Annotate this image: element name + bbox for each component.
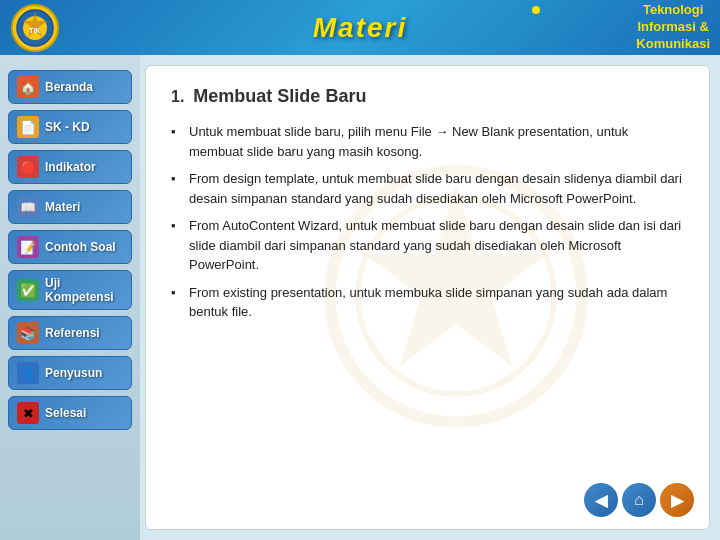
sidebar-label-indikator: Indikator [45,160,96,174]
sidebar-label-sk-kd: SK - KD [45,120,90,134]
sidebar-label-uji-kompetensi: Uji Kompetensi [45,276,123,304]
nav-bottom: ◀ ⌂ ▶ [584,483,694,517]
sidebar-item-indikator[interactable]: 🔴Indikator [8,150,132,184]
content-inner: 1. Membuat Slide Baru ▪Untuk membuat sli… [171,86,684,322]
list-item: ▪From design template, untuk membuat sli… [171,169,684,208]
header-title: Materi [313,12,407,44]
nav-back-button[interactable]: ◀ [584,483,618,517]
sidebar: 🏠Beranda📄SK - KD🔴Indikator📖Materi📝Contoh… [0,55,140,540]
sidebar-item-referensi[interactable]: 📚Referensi [8,316,132,350]
content-heading: 1. Membuat Slide Baru [171,86,684,107]
sidebar-icon-referensi: 📚 [17,322,39,344]
bullet-text: From design template, untuk membuat slid… [189,169,684,208]
bullet-text: From existing presentation, untuk membuk… [189,283,684,322]
sidebar-item-beranda[interactable]: 🏠Beranda [8,70,132,104]
sidebar-icon-indikator: 🔴 [17,156,39,178]
sidebar-icon-beranda: 🏠 [17,76,39,98]
sidebar-item-penyusun[interactable]: 👤Penyusun [8,356,132,390]
header: TIK Materi Teknologi Informasi & Komunik… [0,0,720,55]
sidebar-label-selesai: Selesai [45,406,86,420]
sidebar-icon-penyusun: 👤 [17,362,39,384]
bullet-text: From AutoContent Wizard, untuk membuat s… [189,216,684,275]
bullet-marker: ▪ [171,216,185,236]
list-item: ▪From existing presentation, untuk membu… [171,283,684,322]
bullet-marker: ▪ [171,122,185,142]
sidebar-item-contoh-soal[interactable]: 📝Contoh Soal [8,230,132,264]
main-container: TIK Materi Teknologi Informasi & Komunik… [0,0,720,540]
heading-num: 1. [171,88,184,105]
list-item: ▪From AutoContent Wizard, untuk membuat … [171,216,684,275]
header-logo: TIK [10,3,60,53]
sidebar-icon-sk-kd: 📄 [17,116,39,138]
bullets-container: ▪Untuk membuat slide baru, pilih menu Fi… [171,122,684,322]
svg-text:TIK: TIK [29,27,40,34]
header-dot [532,6,540,14]
bullet-marker: ▪ [171,169,185,189]
sidebar-item-sk-kd[interactable]: 📄SK - KD [8,110,132,144]
sidebar-item-selesai[interactable]: ✖Selesai [8,396,132,430]
sidebar-icon-materi: 📖 [17,196,39,218]
sidebar-icon-selesai: ✖ [17,402,39,424]
sidebar-item-uji-kompetensi[interactable]: ✅Uji Kompetensi [8,270,132,310]
content-area: 1. Membuat Slide Baru ▪Untuk membuat sli… [145,65,710,530]
header-brand: Teknologi Informasi & Komunikasi [636,2,710,53]
sidebar-icon-uji-kompetensi: ✅ [17,279,39,301]
sidebar-label-beranda: Beranda [45,80,93,94]
nav-next-button[interactable]: ▶ [660,483,694,517]
nav-home-button[interactable]: ⌂ [622,483,656,517]
heading-text: Membuat Slide Baru [193,86,366,106]
bullet-text: Untuk membuat slide baru, pilih menu Fil… [189,122,684,161]
sidebar-label-penyusun: Penyusun [45,366,102,380]
sidebar-icon-contoh-soal: 📝 [17,236,39,258]
sidebar-label-contoh-soal: Contoh Soal [45,240,116,254]
sidebar-item-materi[interactable]: 📖Materi [8,190,132,224]
bullet-marker: ▪ [171,283,185,303]
body-container: 🏠Beranda📄SK - KD🔴Indikator📖Materi📝Contoh… [0,55,720,540]
sidebar-label-referensi: Referensi [45,326,100,340]
list-item: ▪Untuk membuat slide baru, pilih menu Fi… [171,122,684,161]
sidebar-label-materi: Materi [45,200,80,214]
